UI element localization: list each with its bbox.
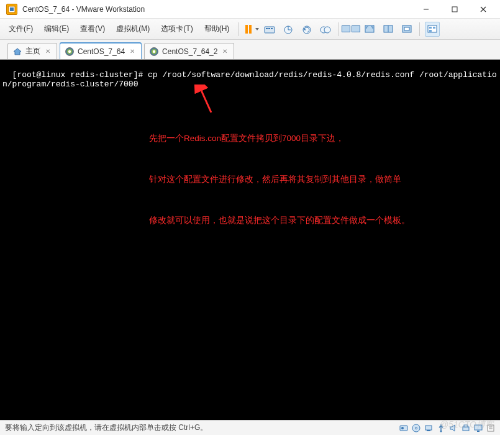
svg-rect-8 <box>268 28 270 29</box>
shell-prompt: [root@linux redis-cluster]# <box>12 70 148 80</box>
tab-close-button[interactable]: ✕ <box>221 48 229 55</box>
tab-bar: 主页 ✕ CentOS_7_64 ✕ CentOS_7_64_2 ✕ <box>0 40 500 60</box>
svg-rect-34 <box>477 431 480 432</box>
vm-disc-icon <box>150 47 158 56</box>
hard-disk-icon[interactable] <box>399 424 408 432</box>
close-button[interactable] <box>469 0 498 19</box>
fullscreen-button[interactable] <box>362 22 377 37</box>
vm-disc-icon <box>65 47 74 56</box>
vm-console-terminal[interactable]: [root@linux redis-cluster]# cp /root/sof… <box>0 60 500 420</box>
tab-centos-2[interactable]: CentOS_7_64_2 ✕ <box>144 43 234 59</box>
sound-card-icon[interactable] <box>449 424 458 432</box>
menu-file[interactable]: 文件(F) <box>4 21 38 37</box>
tab-centos-1[interactable]: CentOS_7_64 ✕ <box>60 43 142 59</box>
home-icon <box>13 48 22 55</box>
snapshot-manager-button[interactable] <box>318 22 333 37</box>
tab-home[interactable]: 主页 ✕ <box>7 43 57 59</box>
vmware-app-icon <box>6 4 17 15</box>
statusbar-hint: 要将输入定向到该虚拟机，请在虚拟机内部单击或按 Ctrl+G。 <box>5 423 207 433</box>
message-log-icon[interactable] <box>486 424 495 432</box>
minimize-button[interactable] <box>412 0 440 19</box>
network-adapter-icon[interactable] <box>424 424 433 432</box>
svg-rect-35 <box>488 425 494 431</box>
toolbar-separator <box>419 22 420 36</box>
send-ctrl-alt-del-button[interactable] <box>262 22 277 37</box>
tab-label: 主页 <box>25 46 40 57</box>
tab-close-button[interactable]: ✕ <box>129 48 136 55</box>
svg-point-13 <box>324 27 330 33</box>
window-titlebar: CentOS_7_64 - VMware Workstation <box>0 0 500 19</box>
revert-snapshot-button[interactable] <box>299 22 314 37</box>
svg-rect-32 <box>464 425 468 427</box>
svg-line-23 <box>200 88 211 112</box>
svg-rect-33 <box>475 425 482 430</box>
tab-close-button[interactable]: ✕ <box>44 48 52 55</box>
tab-label: CentOS_7_64_2 <box>162 47 217 56</box>
svg-rect-31 <box>463 427 469 431</box>
svg-rect-29 <box>427 430 430 431</box>
display-icon[interactable] <box>474 424 483 432</box>
svg-rect-7 <box>266 28 268 29</box>
toolbar-separator <box>338 22 339 36</box>
svg-rect-28 <box>425 426 432 430</box>
svg-point-25 <box>401 427 404 429</box>
svg-rect-20 <box>429 27 432 29</box>
window-title: CentOS_7_64 - VMware Workstation <box>21 5 145 14</box>
status-device-icons <box>399 424 495 432</box>
svg-rect-21 <box>433 27 435 29</box>
menu-tabs[interactable]: 选项卡(T) <box>156 21 198 37</box>
snapshot-button[interactable] <box>281 22 296 37</box>
status-bar: 要将输入定向到该虚拟机，请在虚拟机内部单击或按 Ctrl+G。 <box>0 420 500 435</box>
svg-rect-6 <box>265 27 275 33</box>
svg-point-27 <box>416 427 417 429</box>
annotation-line: 修改就可以使用，也就是说把这个目录下的配置文件做成一个模板。 <box>149 214 410 227</box>
show-library-button[interactable] <box>399 22 414 37</box>
pause-vm-button[interactable] <box>243 22 258 37</box>
tab-label: CentOS_7_64 <box>78 47 125 56</box>
svg-rect-3 <box>452 7 457 12</box>
annotation-line: 先把一个Redis.con配置文件拷贝到7000目录下边， <box>149 132 410 145</box>
menu-view[interactable]: 查看(V) <box>75 21 110 37</box>
usb-icon[interactable] <box>437 424 445 432</box>
menu-help[interactable]: 帮助(H) <box>199 21 235 37</box>
thumbnail-view-button[interactable] <box>425 22 440 37</box>
svg-point-30 <box>440 430 442 432</box>
svg-rect-9 <box>271 28 273 29</box>
chevron-down-icon <box>255 28 259 30</box>
printer-icon[interactable] <box>461 424 470 432</box>
menu-edit[interactable]: 编辑(E) <box>39 21 74 37</box>
menu-vm[interactable]: 虚拟机(M) <box>111 21 155 37</box>
annotation-text: 先把一个Redis.con配置文件拷贝到7000目录下边， 针对这个配置文件进行… <box>149 104 410 255</box>
toolbar-separator <box>238 22 239 36</box>
svg-rect-22 <box>429 30 432 32</box>
menubar: 文件(F) 编辑(E) 查看(V) 虚拟机(M) 选项卡(T) 帮助(H) <box>0 19 500 40</box>
multiple-monitors-button[interactable] <box>343 22 358 37</box>
svg-rect-18 <box>404 27 409 30</box>
maximize-button[interactable] <box>440 0 469 19</box>
annotation-arrow-icon <box>149 85 224 116</box>
svg-rect-1 <box>10 7 14 11</box>
unity-mode-button[interactable] <box>381 22 396 37</box>
cd-dvd-icon[interactable] <box>412 424 420 432</box>
annotation-line: 针对这个配置文件进行修改，然后再将其复制到其他目录，做简单 <box>149 173 410 186</box>
